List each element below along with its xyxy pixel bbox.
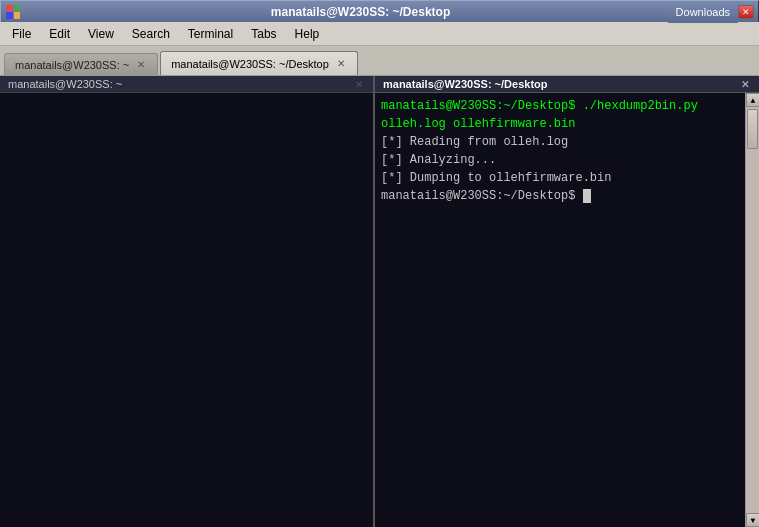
terminal-line-1: [*] Reading from olleh.log xyxy=(381,133,739,151)
tab-1-close[interactable]: ✕ xyxy=(335,58,347,70)
terminal-area: manatails@W230SS: ~ ✕ manatails@W230SS: … xyxy=(0,76,759,527)
app-icon xyxy=(5,4,21,20)
terminal-left-header: manatails@W230SS: ~ ✕ xyxy=(0,76,373,93)
terminal-cursor xyxy=(583,189,591,203)
menu-tabs[interactable]: Tabs xyxy=(243,25,284,43)
terminal-line-2: [*] Analyzing... xyxy=(381,151,739,169)
terminal-right-header: manatails@W230SS: ~/Desktop ✕ xyxy=(375,76,759,93)
menu-file[interactable]: File xyxy=(4,25,39,43)
window-title: manatails@W230SS: ~/Desktop xyxy=(21,5,700,19)
tab-0-label: manatails@W230SS: ~ xyxy=(15,59,129,71)
scroll-track[interactable] xyxy=(746,107,759,513)
scroll-thumb[interactable] xyxy=(747,109,758,149)
title-bar: manatails@W230SS: ~/Desktop − □ ✕ Downlo… xyxy=(0,0,759,22)
terminal-right-close[interactable]: ✕ xyxy=(739,78,751,90)
scroll-down-button[interactable]: ▼ xyxy=(746,513,759,527)
terminal-left-close[interactable]: ✕ xyxy=(353,78,365,90)
downloads-label: Downloads xyxy=(668,1,738,23)
scroll-up-button[interactable]: ▲ xyxy=(746,93,759,107)
terminal-line-3: [*] Dumping to ollehfirmware.bin xyxy=(381,169,739,187)
terminal-prompt: manatails@W230SS:~/Desktop$ xyxy=(381,187,739,205)
tab-1[interactable]: manatails@W230SS: ~/Desktop ✕ xyxy=(160,51,358,75)
terminal-left-pane: manatails@W230SS: ~ ✕ xyxy=(0,76,375,527)
menu-view[interactable]: View xyxy=(80,25,122,43)
menu-edit[interactable]: Edit xyxy=(41,25,78,43)
tab-0[interactable]: manatails@W230SS: ~ ✕ xyxy=(4,53,158,75)
terminal-left-title: manatails@W230SS: ~ xyxy=(8,78,122,90)
title-bar-left xyxy=(5,4,21,20)
tabs-container: manatails@W230SS: ~ ✕ manatails@W230SS: … xyxy=(0,46,759,76)
tab-1-label: manatails@W230SS: ~/Desktop xyxy=(171,58,329,70)
terminal-output[interactable]: manatails@W230SS:~/Desktop$ ./hexdump2bi… xyxy=(375,93,745,527)
terminal-line-0: manatails@W230SS:~/Desktop$ ./hexdump2bi… xyxy=(381,97,739,133)
menu-help[interactable]: Help xyxy=(287,25,328,43)
terminal-right-title: manatails@W230SS: ~/Desktop xyxy=(383,78,547,90)
close-button[interactable]: ✕ xyxy=(738,5,754,19)
menu-search[interactable]: Search xyxy=(124,25,178,43)
menu-bar: File Edit View Search Terminal Tabs Help xyxy=(0,22,759,46)
scrollbar[interactable]: ▲ ▼ xyxy=(745,93,759,527)
terminal-right-pane: manatails@W230SS: ~/Desktop ✕ manatails@… xyxy=(375,76,759,527)
terminal-left-content[interactable] xyxy=(0,93,373,527)
tab-0-close[interactable]: ✕ xyxy=(135,59,147,71)
menu-terminal[interactable]: Terminal xyxy=(180,25,241,43)
